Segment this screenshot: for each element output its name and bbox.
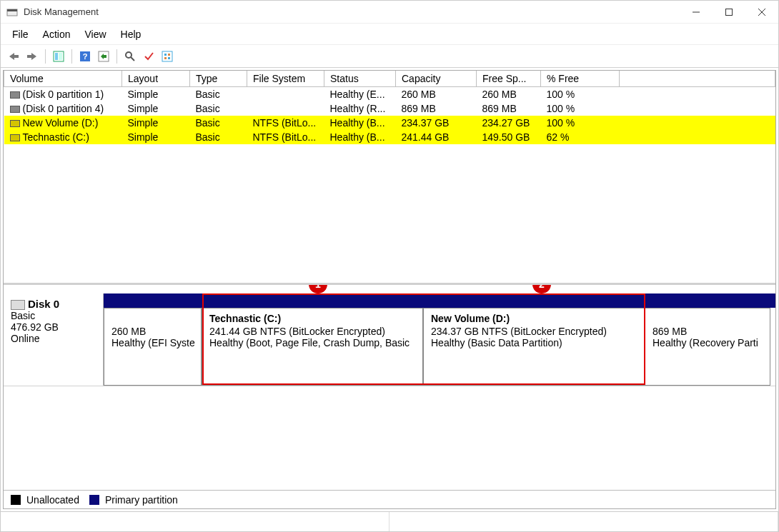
cell-status: Healthy (B... <box>324 130 396 144</box>
nav-forward-button[interactable] <box>24 48 41 65</box>
close-button[interactable] <box>745 1 778 23</box>
toolbar-separator <box>116 49 117 64</box>
col-freespace[interactable]: Free Sp... <box>477 71 541 87</box>
toolbar: ? <box>1 45 778 68</box>
volume-table: Volume Layout Type File System Status Ca… <box>4 71 775 144</box>
col-layout[interactable]: Layout <box>122 71 190 87</box>
svg-rect-3 <box>726 9 733 15</box>
partition-block[interactable]: Technastic (C:)241.44 GB NTFS (BitLocker… <box>202 308 423 386</box>
volume-name: (Disk 0 partition 4) <box>23 103 104 114</box>
svg-line-15 <box>131 57 134 61</box>
cell-pct: 62 % <box>541 130 620 144</box>
partition-size: 260 MB <box>111 326 194 337</box>
partition-status: Healthy (EFI Syste <box>111 337 194 348</box>
partition-size: 234.37 GB NTFS (BitLocker Encrypted) <box>431 326 637 337</box>
cell-pct: 100 % <box>541 116 620 130</box>
minimize-button[interactable] <box>680 1 713 23</box>
svg-rect-19 <box>164 57 167 59</box>
cell-layout: Simple <box>122 101 190 116</box>
cell-free: 869 MB <box>477 101 541 116</box>
disk-icon <box>11 300 25 310</box>
svg-rect-20 <box>168 57 170 59</box>
toolbar-separator <box>45 49 46 64</box>
svg-rect-10 <box>59 53 62 60</box>
col-volume[interactable]: Volume <box>4 71 122 87</box>
disk-info-panel[interactable]: Disk 0 Basic 476.92 GB Online <box>4 293 104 386</box>
disk-row: Disk 0 Basic 476.92 GB Online 260 MBHeal… <box>4 293 775 386</box>
table-row[interactable]: Technastic (C:)SimpleBasicNTFS (BitLo...… <box>4 130 775 144</box>
cell-free: 260 MB <box>477 87 541 102</box>
col-pctfree[interactable]: % Free <box>541 71 620 87</box>
maximize-button[interactable] <box>713 1 745 23</box>
cell-status: Healthy (R... <box>324 101 396 116</box>
settings-button[interactable] <box>159 48 176 65</box>
volume-icon <box>10 91 20 99</box>
disk-size: 476.92 GB <box>11 321 96 333</box>
svg-text:?: ? <box>83 52 88 61</box>
col-spacer <box>620 71 775 87</box>
cell-type: Basic <box>190 116 247 130</box>
disk-type: Basic <box>11 310 96 321</box>
volume-list-pane: Volume Layout Type File System Status Ca… <box>4 71 775 285</box>
cell-fs <box>247 87 324 102</box>
cell-layout: Simple <box>122 116 190 130</box>
volume-name: (Disk 0 partition 1) <box>23 89 104 100</box>
menu-help[interactable]: Help <box>114 26 149 43</box>
col-status[interactable]: Status <box>324 71 396 87</box>
disk-status: Online <box>11 333 96 344</box>
status-bar <box>1 511 778 531</box>
content-area: Volume Layout Type File System Status Ca… <box>3 70 776 509</box>
volume-icon <box>10 134 20 141</box>
graphical-view-pane: 1 2 Disk 0 Basic 476.92 GB Online 260 MB… <box>4 285 775 508</box>
column-header-row: Volume Layout Type File System Status Ca… <box>4 71 775 87</box>
col-type[interactable]: Type <box>190 71 247 87</box>
cell-type: Basic <box>190 130 247 144</box>
rescan-disks-button[interactable] <box>121 48 139 65</box>
partition-block[interactable]: New Volume (D:)234.37 GB NTFS (BitLocker… <box>423 308 645 386</box>
partition-container: 260 MBHealthy (EFI SysteTechnastic (C:)2… <box>104 293 775 386</box>
cell-free: 149.50 GB <box>477 130 541 144</box>
table-row[interactable]: New Volume (D:)SimpleBasicNTFS (BitLo...… <box>4 116 775 130</box>
cell-fs: NTFS (BitLo... <box>247 130 324 144</box>
cell-status: Healthy (B... <box>324 116 396 130</box>
partition-status: Healthy (Basic Data Partition) <box>431 337 637 348</box>
disk-management-window: Disk Management File Action View Help ? <box>0 0 779 532</box>
help-button[interactable]: ? <box>76 48 94 65</box>
partition-header-bar <box>104 293 775 308</box>
volume-name: New Volume (D:) <box>23 117 99 129</box>
partition-status: Healthy (Recovery Parti <box>653 337 763 348</box>
commit-button[interactable] <box>140 48 157 65</box>
volume-icon <box>10 106 20 113</box>
menu-view[interactable]: View <box>77 26 113 43</box>
cell-capacity: 869 MB <box>396 101 477 116</box>
menu-action[interactable]: Action <box>36 26 78 43</box>
nav-back-button[interactable] <box>5 48 22 65</box>
table-row[interactable]: (Disk 0 partition 4)SimpleBasicHealthy (… <box>4 101 775 116</box>
show-hide-tree-button[interactable] <box>50 48 67 65</box>
toolbar-separator <box>71 49 72 64</box>
status-cell <box>390 512 778 531</box>
window-titlebar[interactable]: Disk Management <box>1 1 778 24</box>
partition-title: Technastic (C:) <box>209 313 415 324</box>
table-row[interactable]: (Disk 0 partition 1)SimpleBasicHealthy (… <box>4 87 775 102</box>
cell-pct: 100 % <box>541 87 620 102</box>
cell-capacity: 241.44 GB <box>396 130 477 144</box>
legend-bar: Unallocated Primary partition <box>4 490 775 508</box>
cell-type: Basic <box>190 101 247 116</box>
refresh-button[interactable] <box>95 48 112 65</box>
col-filesystem[interactable]: File System <box>247 71 324 87</box>
legend-unallocated: Unallocated <box>26 494 79 506</box>
cell-pct: 100 % <box>541 101 620 116</box>
svg-rect-17 <box>164 54 167 56</box>
partition-status: Healthy (Boot, Page File, Crash Dump, Ba… <box>209 337 415 348</box>
menu-file[interactable]: File <box>5 26 36 43</box>
cell-capacity: 260 MB <box>396 87 477 102</box>
partition-block[interactable]: 869 MBHealthy (Recovery Parti <box>645 308 770 386</box>
disk-label: Disk 0 <box>28 298 59 310</box>
window-controls <box>680 1 778 23</box>
col-capacity[interactable]: Capacity <box>396 71 477 87</box>
window-title: Disk Management <box>24 6 680 17</box>
partition-block[interactable]: 260 MBHealthy (EFI Syste <box>104 308 202 386</box>
volume-icon <box>10 120 20 127</box>
partition-size: 241.44 GB NTFS (BitLocker Encrypted) <box>209 326 415 337</box>
